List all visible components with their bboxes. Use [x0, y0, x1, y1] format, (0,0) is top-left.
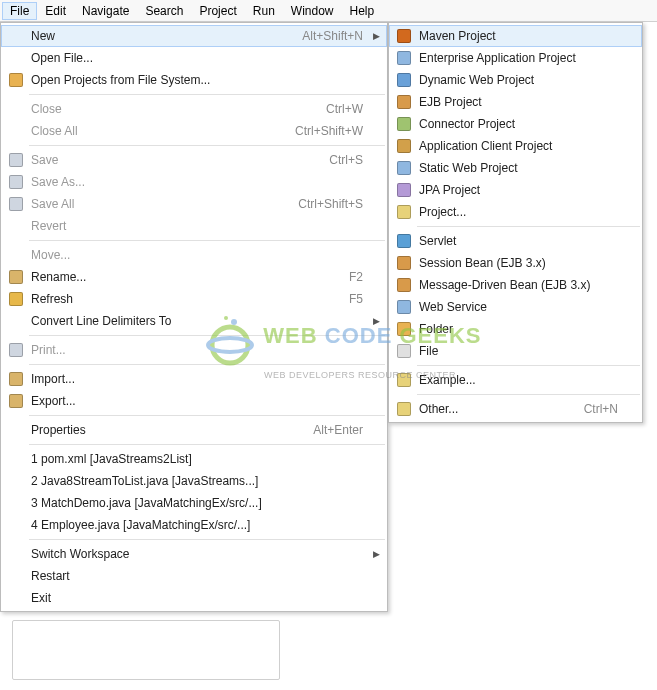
- other-icon: [397, 402, 411, 416]
- export-icon: [9, 394, 23, 408]
- menu-new-shortcut: Alt+Shift+N: [302, 29, 371, 43]
- menu-save-all[interactable]: Save AllCtrl+Shift+S: [1, 193, 387, 215]
- menu-rename[interactable]: Rename...F2: [1, 266, 387, 288]
- blank-icon: [9, 423, 23, 437]
- blank-icon: [9, 124, 23, 138]
- menu-save-all-shortcut: Ctrl+Shift+S: [298, 197, 371, 211]
- blank-icon: [9, 452, 23, 466]
- menu-rename-shortcut: F2: [349, 270, 371, 284]
- submenu-ear-project[interactable]: Enterprise Application Project: [389, 47, 642, 69]
- menubar-window[interactable]: Window: [283, 2, 342, 20]
- submenu-app-client-project[interactable]: Application Client Project: [389, 135, 642, 157]
- submenu-maven-project[interactable]: Maven Project: [389, 25, 642, 47]
- menu-revert[interactable]: Revert: [1, 215, 387, 237]
- connector-icon: [397, 117, 411, 131]
- menu-save-as[interactable]: Save As...: [1, 171, 387, 193]
- bean-icon: [397, 278, 411, 292]
- menu-restart-label: Restart: [27, 569, 371, 583]
- menu-save-as-label: Save As...: [27, 175, 371, 189]
- folder-open-icon: [9, 73, 23, 87]
- submenu-servlet[interactable]: Servlet: [389, 230, 642, 252]
- menu-recent-2[interactable]: 2 Java8StreamToList.java [JavaStreams...…: [1, 470, 387, 492]
- menu-close-all[interactable]: Close AllCtrl+Shift+W: [1, 120, 387, 142]
- menu-switch-workspace[interactable]: Switch Workspace▶: [1, 543, 387, 565]
- menu-open-projects-fs-label: Open Projects from File System...: [27, 73, 371, 87]
- submenu-jpa-project-label: JPA Project: [415, 183, 626, 197]
- menu-new[interactable]: NewAlt+Shift+N▶: [1, 25, 387, 47]
- submenu-other-shortcut: Ctrl+N: [584, 402, 626, 416]
- blank-icon: [9, 569, 23, 583]
- submenu-connector-project[interactable]: Connector Project: [389, 113, 642, 135]
- menu-properties[interactable]: PropertiesAlt+Enter: [1, 419, 387, 441]
- menu-separator: [29, 94, 385, 95]
- menu-recent-1-label: 1 pom.xml [JavaStreams2List]: [27, 452, 371, 466]
- submenu-folder[interactable]: Folder: [389, 318, 642, 340]
- menu-print-label: Print...: [27, 343, 371, 357]
- submenu-jpa-project[interactable]: JPA Project: [389, 179, 642, 201]
- file-icon: [397, 344, 411, 358]
- menu-recent-1[interactable]: 1 pom.xml [JavaStreams2List]: [1, 448, 387, 470]
- menubar-navigate[interactable]: Navigate: [74, 2, 137, 20]
- dynweb-icon: [397, 73, 411, 87]
- menu-separator: [417, 365, 640, 366]
- import-icon: [9, 372, 23, 386]
- menu-recent-3[interactable]: 3 MatchDemo.java [JavaMatchingEx/src/...…: [1, 492, 387, 514]
- submenu-message-bean[interactable]: Message-Driven Bean (EJB 3.x): [389, 274, 642, 296]
- submenu-dynamic-web-project[interactable]: Dynamic Web Project: [389, 69, 642, 91]
- submenu-other[interactable]: Other...Ctrl+N: [389, 398, 642, 420]
- submenu-arrow-icon: ▶: [371, 31, 381, 41]
- menu-separator: [29, 240, 385, 241]
- menu-recent-2-label: 2 Java8StreamToList.java [JavaStreams...…: [27, 474, 371, 488]
- menu-export[interactable]: Export...: [1, 390, 387, 412]
- menu-save[interactable]: SaveCtrl+S: [1, 149, 387, 171]
- ear-icon: [397, 51, 411, 65]
- menu-open-file[interactable]: Open File...: [1, 47, 387, 69]
- menu-exit-label: Exit: [27, 591, 371, 605]
- menu-separator: [417, 394, 640, 395]
- menu-move[interactable]: Move...: [1, 244, 387, 266]
- project-icon: [397, 205, 411, 219]
- submenu-dynamic-web-project-label: Dynamic Web Project: [415, 73, 626, 87]
- submenu-example-label: Example...: [415, 373, 626, 387]
- menubar-file[interactable]: File: [2, 2, 37, 20]
- menubar-edit[interactable]: Edit: [37, 2, 74, 20]
- menubar-help[interactable]: Help: [342, 2, 383, 20]
- submenu-session-bean[interactable]: Session Bean (EJB 3.x): [389, 252, 642, 274]
- menu-close[interactable]: CloseCtrl+W: [1, 98, 387, 120]
- menu-restart[interactable]: Restart: [1, 565, 387, 587]
- blank-icon: [9, 29, 23, 43]
- menu-import[interactable]: Import...: [1, 368, 387, 390]
- submenu-other-label: Other...: [415, 402, 584, 416]
- submenu-file[interactable]: File: [389, 340, 642, 362]
- menu-separator: [29, 539, 385, 540]
- menu-exit[interactable]: Exit: [1, 587, 387, 609]
- servlet-icon: [397, 234, 411, 248]
- menu-open-file-label: Open File...: [27, 51, 371, 65]
- menubar-project[interactable]: Project: [191, 2, 244, 20]
- menu-refresh[interactable]: RefreshF5: [1, 288, 387, 310]
- menu-separator: [29, 415, 385, 416]
- ws-icon: [397, 300, 411, 314]
- submenu-static-web-project[interactable]: Static Web Project: [389, 157, 642, 179]
- menu-convert-delimiters[interactable]: Convert Line Delimiters To▶: [1, 310, 387, 332]
- submenu-ejb-project[interactable]: EJB Project: [389, 91, 642, 113]
- submenu-web-service[interactable]: Web Service: [389, 296, 642, 318]
- submenu-project[interactable]: Project...: [389, 201, 642, 223]
- menu-save-shortcut: Ctrl+S: [329, 153, 371, 167]
- submenu-message-bean-label: Message-Driven Bean (EJB 3.x): [415, 278, 626, 292]
- menu-refresh-shortcut: F5: [349, 292, 371, 306]
- menu-separator: [29, 444, 385, 445]
- menu-recent-4[interactable]: 4 Employee.java [JavaMatchingEx/src/...]: [1, 514, 387, 536]
- menu-open-projects-fs[interactable]: Open Projects from File System...: [1, 69, 387, 91]
- disk-icon: [9, 175, 23, 189]
- new-submenu: Maven ProjectEnterprise Application Proj…: [388, 22, 643, 423]
- submenu-ear-project-label: Enterprise Application Project: [415, 51, 626, 65]
- submenu-web-service-label: Web Service: [415, 300, 626, 314]
- menubar-run[interactable]: Run: [245, 2, 283, 20]
- menu-print[interactable]: Print...: [1, 339, 387, 361]
- blank-icon: [9, 496, 23, 510]
- menu-close-shortcut: Ctrl+W: [326, 102, 371, 116]
- submenu-app-client-project-label: Application Client Project: [415, 139, 626, 153]
- menubar-search[interactable]: Search: [137, 2, 191, 20]
- submenu-example[interactable]: Example...: [389, 369, 642, 391]
